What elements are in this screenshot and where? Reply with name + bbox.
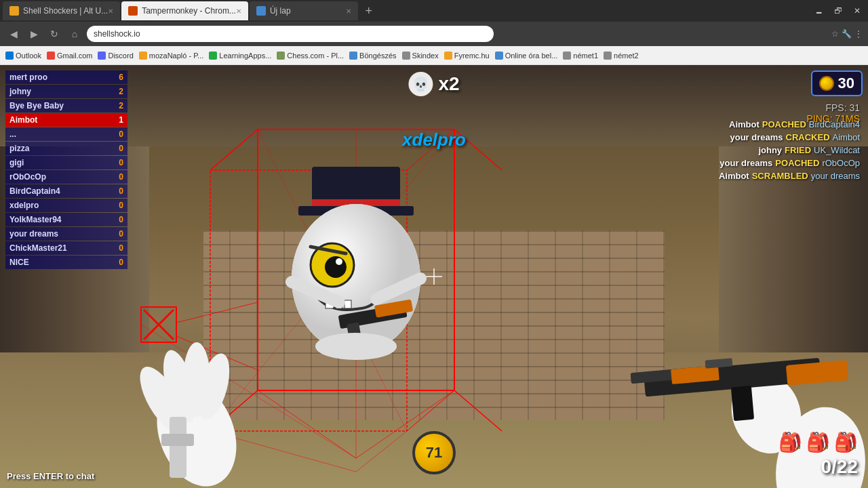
- close-button[interactable]: ✕: [849, 3, 865, 19]
- score-row: BirdCaptain40: [5, 184, 127, 198]
- kf-victim: Aimbot: [833, 132, 860, 142]
- svg-point-32: [336, 258, 342, 265]
- score-name: mert proo: [9, 73, 110, 82]
- bookmark-discord-favicon: [98, 52, 106, 60]
- address-icons: ☆ 🔧 ⋮: [831, 29, 863, 39]
- score-row: Bye Bye Baby2: [5, 99, 127, 113]
- kf-killer: Aimbot: [729, 119, 760, 129]
- bookmark-nemet2[interactable]: német2: [604, 52, 639, 60]
- browser-window: Shell Shockers | Alt U... ✕ Tampermonkey…: [0, 0, 868, 488]
- menu-icon[interactable]: ⋮: [854, 29, 863, 39]
- bookmark-mozanaplo-favicon: [139, 52, 147, 60]
- kf-victim: rObOcOp: [822, 158, 860, 168]
- tab-shellshockers-label: Shell Shockers | Alt U...: [23, 6, 108, 16]
- bookmark-outlook[interactable]: Outlook: [5, 52, 41, 60]
- score-name: rObOcOp: [9, 172, 110, 182]
- score-name: Bye Bye Baby: [9, 101, 110, 110]
- forward-button[interactable]: ▶: [26, 28, 42, 39]
- bookmark-bongezes[interactable]: Böngészés: [349, 52, 396, 60]
- kf-action: FRIED: [785, 145, 811, 155]
- ammo-count: 0/22: [821, 456, 859, 478]
- bookmark-gmail[interactable]: Gmail.com: [47, 52, 93, 60]
- tab-shellshockers[interactable]: Shell Shockers | Alt U... ✕: [3, 1, 120, 20]
- crosshair: [426, 268, 442, 285]
- bookmark-nemet1[interactable]: német1: [563, 52, 598, 60]
- extension-icon[interactable]: 🔧: [842, 29, 852, 39]
- game-viewport[interactable]: xdelpro: [0, 65, 868, 488]
- kill-feed: AimbotPOACHEDBirdCaptain4your dreamsCRAC…: [719, 119, 860, 184]
- kill-feed-entry: johnyFRIEDUK_Wildcat: [719, 145, 860, 155]
- score-value: 0: [110, 229, 123, 239]
- kill-count-text: x2: [438, 73, 459, 95]
- tab-tampermonkey-close[interactable]: ✕: [236, 7, 241, 15]
- kill-counter: 💀 x2: [408, 72, 459, 96]
- home-button[interactable]: ⌂: [66, 28, 83, 39]
- maximize-button[interactable]: 🗗: [830, 3, 846, 19]
- bookmark-chess-label: Chess.com - Pl...: [287, 52, 344, 60]
- score-value: 0: [110, 215, 123, 224]
- bookmark-nemet2-label: német2: [614, 52, 639, 60]
- bookmark-nemet1-favicon: [563, 52, 571, 60]
- score-value: 0: [110, 172, 123, 182]
- fps-text: FPS: 31: [806, 102, 860, 113]
- score-value: 0: [110, 144, 123, 153]
- bookmark-outlook-label: Outlook: [16, 52, 41, 60]
- kill-feed-entry: your dreamsCRACKEDAimbot: [719, 132, 860, 142]
- address-field[interactable]: shellshock.io: [87, 26, 494, 42]
- bookmark-learningapps[interactable]: LearningApps...: [209, 52, 271, 60]
- minimize-button[interactable]: 🗕: [811, 3, 827, 19]
- bookmark-chess-favicon: [277, 52, 285, 60]
- kf-victim: your dreams: [811, 171, 860, 181]
- tab-shellshockers-close[interactable]: ✕: [108, 7, 113, 15]
- kf-victim: BirdCaptain4: [809, 119, 860, 129]
- bookmark-bongezes-label: Böngészés: [359, 52, 396, 60]
- kf-victim: UK_Wildcat: [814, 145, 860, 155]
- back-button[interactable]: ◀: [5, 28, 22, 39]
- score-name: gigi: [9, 158, 110, 167]
- tab-new-label: Új lap: [270, 6, 291, 16]
- score-row: johny2: [5, 85, 127, 98]
- address-bar: ◀ ▶ ↻ ⌂ shellshock.io ☆ 🔧 ⋮: [0, 22, 868, 46]
- score-value: 0: [110, 243, 123, 253]
- reload-button[interactable]: ↻: [46, 28, 62, 39]
- tab-new-favicon: [256, 6, 266, 16]
- score-row: ...0: [5, 127, 127, 141]
- title-bar: Shell Shockers | Alt U... ✕ Tampermonkey…: [0, 0, 868, 22]
- score-row: gigi0: [5, 156, 127, 169]
- bookmark-mozanaplo-label: mozaNapló - P...: [149, 52, 204, 60]
- bookmark-star-icon[interactable]: ☆: [831, 29, 839, 39]
- kf-action: CRACKED: [786, 132, 830, 142]
- score-name: your dreams: [9, 229, 110, 239]
- ammo-bag-3: 🎒: [834, 431, 858, 453]
- enemy-character: [258, 153, 454, 370]
- tab-new[interactable]: Új lap ✕: [250, 1, 358, 20]
- svg-line-4: [454, 390, 502, 431]
- bookmark-mozanaplo[interactable]: mozaNapló - P...: [139, 52, 204, 60]
- score-name: YolkMaster94: [9, 215, 110, 224]
- bookmark-skindex[interactable]: Skindex: [402, 52, 439, 60]
- kf-killer: Aimbot: [719, 171, 749, 181]
- score-value: 2: [110, 87, 123, 96]
- ammo-icons: 🎒 🎒 🎒: [778, 431, 858, 453]
- bookmark-discord[interactable]: Discord: [98, 52, 133, 60]
- bookmark-fyremc[interactable]: Fyremc.hu: [444, 52, 490, 60]
- bookmark-chess[interactable]: Chess.com - Pl...: [277, 52, 344, 60]
- bookmark-fyremc-label: Fyremc.hu: [454, 52, 490, 60]
- score-name: johny: [9, 87, 110, 96]
- bookmark-online-ora-favicon: [495, 52, 503, 60]
- tab-tampermonkey[interactable]: Tampermonkey - Chrom... ✕: [121, 1, 248, 20]
- bookmark-fyremc-favicon: [444, 52, 452, 60]
- tab-new-close[interactable]: ✕: [346, 7, 351, 15]
- bookmark-nemet2-favicon: [604, 52, 612, 60]
- score-row: Aimbot1: [5, 113, 127, 127]
- score-row: YolkMaster940: [5, 213, 127, 226]
- svg-rect-49: [161, 434, 194, 446]
- new-tab-button[interactable]: +: [359, 1, 378, 20]
- ammo-bag-1: 🎒: [778, 431, 802, 453]
- bookmark-bongezes-favicon: [349, 52, 357, 60]
- svg-line-6: [210, 129, 258, 170]
- bookmark-gmail-label: Gmail.com: [57, 52, 93, 60]
- svg-rect-55: [731, 386, 754, 421]
- score-row: your dreams0: [5, 227, 127, 241]
- bookmark-online-ora[interactable]: Online óra bel...: [495, 52, 558, 60]
